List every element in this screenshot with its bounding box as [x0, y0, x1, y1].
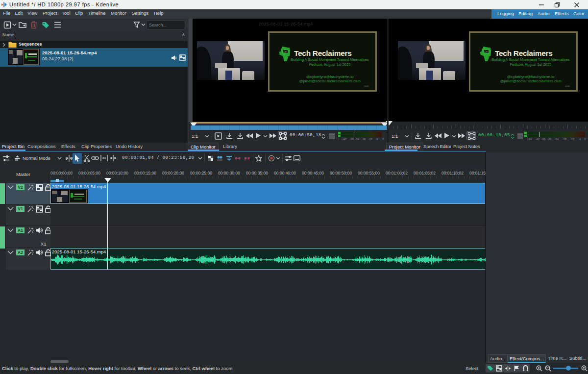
- svg-text:Ctrl: Ctrl: [283, 50, 287, 53]
- svg-text:Ctrl: Ctrl: [484, 50, 488, 53]
